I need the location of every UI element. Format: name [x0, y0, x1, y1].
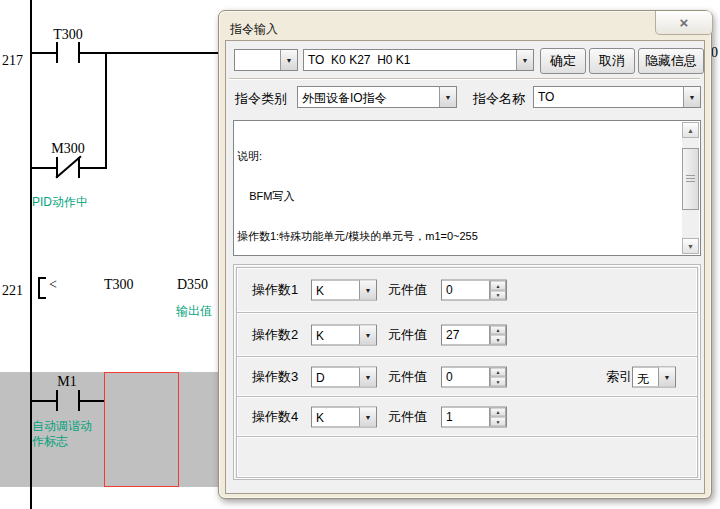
chevron-down-icon[interactable]: ▼: [658, 367, 675, 386]
comment-pid: PID动作中: [32, 195, 88, 210]
spin-down-icon[interactable]: ▼: [490, 290, 506, 300]
ok-button[interactable]: 确定: [540, 48, 586, 74]
spin-up-icon[interactable]: ▲: [490, 281, 506, 291]
index-label: 索引: [606, 368, 632, 386]
compare-bracket-tick: [38, 277, 46, 279]
chevron-down-icon[interactable]: ▼: [280, 50, 297, 70]
contact-bar: [56, 42, 58, 63]
chevron-down-icon[interactable]: ▼: [683, 87, 700, 107]
operand-row-empty: [236, 436, 698, 478]
edit-cursor-box[interactable]: [104, 372, 179, 487]
rung-number: 221: [2, 283, 23, 299]
instruction-value: TO K0 K27 H0 K1: [304, 50, 516, 70]
operand-row-2: 操作数2 K ▼ 元件值 27 ▲ ▼: [236, 312, 698, 357]
comment-autotune-line2: 作标志: [32, 434, 68, 449]
compare-arg1[interactable]: T300: [104, 277, 134, 293]
compare-arg2[interactable]: D350: [177, 277, 208, 293]
rung-wire: [31, 52, 57, 54]
operand3-label: 操作数3: [252, 368, 298, 386]
compare-bracket: [38, 277, 40, 299]
instruction-input-dialog: 指令输入 × ▼ TO K0 K27 H0 K1 ▼ 确定 取消 隐藏信息 指令…: [218, 10, 712, 499]
operand2-value: 27: [446, 327, 459, 341]
operand-row-4: 操作数4 K ▼ 元件值 1 ▲ ▼: [236, 396, 698, 437]
description-scrollbar[interactable]: ▲ ▼: [682, 122, 699, 254]
rung-wire: [31, 400, 57, 402]
close-button[interactable]: ×: [655, 11, 713, 35]
contact-bar: [78, 42, 80, 63]
chevron-down-icon[interactable]: ▼: [439, 87, 456, 107]
operand4-value-input[interactable]: 1 ▲ ▼: [441, 406, 507, 427]
category-combobox[interactable]: 外围设备IO指令 ▼: [297, 86, 457, 108]
chevron-down-icon[interactable]: ▼: [359, 325, 376, 344]
scroll-down-icon[interactable]: ▼: [682, 238, 699, 254]
spin-down-icon[interactable]: ▼: [490, 417, 506, 427]
operand4-label: 操作数4: [252, 408, 298, 426]
contact-m1[interactable]: M1: [44, 374, 90, 390]
contact-bar: [78, 157, 80, 178]
chevron-down-icon[interactable]: ▼: [359, 281, 376, 300]
spin-up-icon[interactable]: ▲: [490, 407, 506, 417]
thumb-grip: [686, 181, 695, 182]
contact-m300[interactable]: M300: [40, 141, 96, 157]
spin-up-icon[interactable]: ▲: [490, 325, 506, 335]
quick-entry-combobox[interactable]: ▼: [234, 49, 298, 71]
index-combobox[interactable]: 无 ▼: [632, 366, 676, 387]
operand2-label: 操作数2: [252, 326, 298, 344]
description-text: 说明: BFM写入 操作数1:特殊功能单元/模块的单元号，m1=0~255 数据…: [237, 123, 680, 253]
name-combobox[interactable]: TO ▼: [533, 86, 701, 108]
contact-bar: [56, 390, 58, 411]
operand1-type-value: K: [312, 281, 359, 300]
operand3-type-combobox[interactable]: D ▼: [311, 366, 377, 387]
dialog-content: ▼ TO K0 K27 H0 K1 ▼ 确定 取消 隐藏信息 指令类别 外围设备…: [225, 40, 705, 494]
description-box: 说明: BFM写入 操作数1:特殊功能单元/模块的单元号，m1=0~255 数据…: [233, 120, 701, 256]
thumb-grip: [686, 175, 695, 176]
separator: [229, 78, 700, 80]
rung-wire: [31, 167, 57, 169]
name-label: 指令名称: [473, 90, 525, 108]
operand1-value-input[interactable]: 0 ▲ ▼: [441, 280, 507, 301]
spin-down-icon[interactable]: ▼: [490, 335, 506, 345]
operand2-value-label: 元件值: [388, 326, 427, 344]
chevron-down-icon[interactable]: ▼: [516, 50, 533, 70]
chevron-down-icon[interactable]: ▼: [359, 367, 376, 386]
compare-bracket-tick: [38, 297, 46, 299]
operand1-label: 操作数1: [252, 281, 298, 299]
spin-up-icon[interactable]: ▲: [490, 367, 506, 377]
operand-row-3: 操作数3 D ▼ 元件值 0 ▲ ▼ 索引 无: [236, 356, 698, 397]
contact-t300[interactable]: T300: [42, 27, 94, 43]
operand4-value: 1: [446, 409, 453, 423]
operand4-type-combobox[interactable]: K ▼: [311, 406, 377, 427]
comment-output: 输出值: [176, 304, 212, 319]
index-value: 无: [633, 367, 658, 386]
operand1-value-label: 元件值: [388, 281, 427, 299]
operand2-type-value: K: [312, 325, 359, 344]
operand3-value-input[interactable]: 0 ▲ ▼: [441, 366, 507, 387]
operand1-value: 0: [446, 283, 453, 297]
chevron-down-icon[interactable]: ▼: [359, 407, 376, 426]
category-label: 指令类别: [235, 90, 287, 108]
operand4-value-label: 元件值: [388, 408, 427, 426]
thumb-grip: [686, 178, 695, 179]
operand2-type-combobox[interactable]: K ▼: [311, 324, 377, 345]
operands-group: 操作数1 K ▼ 元件值 0 ▲ ▼ 操作数2: [233, 264, 701, 480]
cancel-button[interactable]: 取消: [589, 48, 635, 74]
operand2-value-input[interactable]: 27 ▲ ▼: [441, 324, 507, 345]
scroll-up-icon[interactable]: ▲: [682, 122, 699, 138]
spin-down-icon[interactable]: ▼: [490, 377, 506, 387]
edge-operand-text: 0: [711, 45, 718, 61]
scrollbar-thumb[interactable]: [682, 148, 699, 210]
instruction-combobox[interactable]: TO K0 K27 H0 K1 ▼: [303, 49, 534, 71]
operand-row-1: 操作数1 K ▼ 元件值 0 ▲ ▼: [236, 267, 698, 313]
rung-wire: [79, 400, 105, 402]
category-value: 外围设备IO指令: [298, 87, 439, 107]
quick-entry-value: [235, 50, 280, 70]
rung-number: 217: [2, 53, 23, 69]
rung-wire: [79, 52, 220, 54]
hide-info-button[interactable]: 隐藏信息: [638, 48, 704, 74]
contact-bar: [78, 390, 80, 411]
close-icon: ×: [680, 14, 689, 31]
branch-wire: [105, 52, 107, 169]
comment-autotune-line1: 自动调谐动: [32, 419, 92, 434]
operand1-type-combobox[interactable]: K ▼: [311, 280, 377, 301]
compare-operator[interactable]: <: [49, 277, 57, 293]
